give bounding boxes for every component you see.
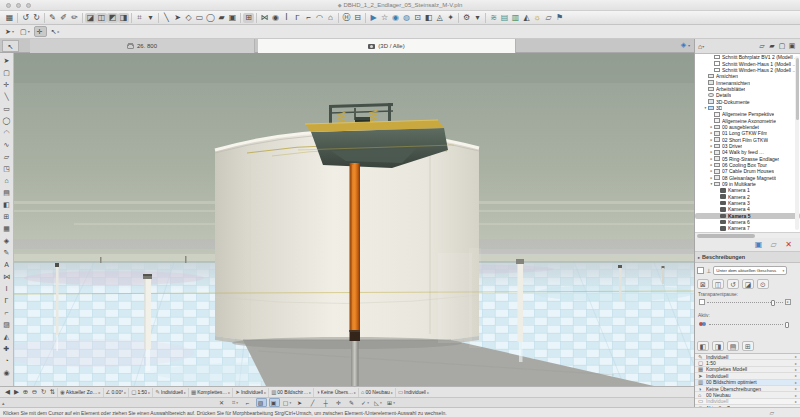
stair-icon[interactable]: ▤ (1, 187, 13, 199)
shell-icon[interactable]: ⌂ (1, 175, 13, 187)
grid-icon[interactable]: ⊞ (742, 341, 754, 351)
grid-display-icon[interactable]: ⊞▾ (386, 398, 397, 407)
cursor-snap-icon[interactable]: ➤ (295, 398, 306, 407)
publisher-icon[interactable]: ▣ (787, 41, 797, 51)
collapse-icon[interactable]: ▴ (2, 400, 5, 406)
sun-study-icon[interactable]: ☼ (532, 13, 543, 23)
favorites-icon[interactable]: ☆ (379, 13, 390, 23)
beam-tool-icon[interactable]: ▭ (194, 13, 205, 23)
view-map-icon[interactable]: ▰ (767, 41, 777, 51)
gravity-icon[interactable]: ⌗▾ (230, 398, 241, 407)
quick-option-field[interactable]: ▥ 00 Bildschir… ▸ (268, 388, 313, 397)
line-tool-icon[interactable]: ╲ (161, 13, 172, 23)
text-icon[interactable]: A (1, 259, 13, 271)
3d-viewport[interactable] (14, 53, 694, 386)
window-icon[interactable]: ⊞ (1, 211, 13, 223)
splitter-h-icon[interactable]: ◧ (697, 341, 709, 351)
snap-elements-icon[interactable]: ▣ (269, 398, 280, 407)
section-icon[interactable]: Ⅰ (1, 283, 13, 295)
fit-view-icon[interactable]: ⇅ (48, 387, 57, 397)
quick-option-field[interactable]: ▦ Komplettes… ▸ (188, 388, 232, 397)
globe-icon[interactable]: ◍ (401, 13, 412, 23)
zoom-tool-icon[interactable]: ◉ (270, 13, 281, 23)
pointer-tool-icon[interactable]: ↖ (2, 40, 19, 52)
camera-tool-icon[interactable]: ⌐ (303, 13, 314, 23)
zone-icon[interactable]: ▨ (1, 319, 13, 331)
abs-coords-icon[interactable]: ┼ (321, 398, 332, 407)
reference-select[interactable]: Unter dem aktuellen Geschoss ▾ (713, 266, 787, 275)
cursor-mode-button[interactable]: ↖▸ (49, 26, 62, 37)
dimension-icon[interactable]: ⋈ (259, 13, 270, 23)
relative-coords-icon[interactable]: ╱ (308, 398, 319, 407)
pen-icon[interactable]: ✎ (47, 13, 58, 23)
layers-icon[interactable]: ▤ (499, 13, 510, 23)
origin-icon[interactable]: ✛ (334, 398, 345, 407)
tree-item[interactable]: Kamera 4 (695, 206, 800, 212)
grab-mode-button[interactable]: ✛ (34, 26, 47, 37)
trace-section-header[interactable]: ▸ Beschreibungen (695, 252, 800, 263)
quick-option-field[interactable]: ◑ Keine Übers… ▸ (313, 388, 358, 397)
roof-tool-icon[interactable]: ◩ (107, 13, 118, 23)
new-viewpoint-icon[interactable]: ▣ (753, 240, 764, 250)
marquee-icon[interactable]: ⊞ (243, 13, 254, 23)
elevation-tool-icon[interactable]: Γ (292, 13, 303, 23)
line-icon[interactable]: ╲ (1, 91, 13, 103)
inject-icon[interactable]: ✏ (69, 13, 80, 23)
move-icon[interactable]: ✛ (1, 79, 13, 91)
figure-icon[interactable]: ◔ (1, 355, 13, 367)
switch-reference-icon[interactable]: ◫ (712, 279, 724, 289)
mesh-tool-icon[interactable]: ◨ (118, 13, 129, 23)
pickup-icon[interactable]: ✐ (58, 13, 69, 23)
circle-tool-icon[interactable]: ◯ (205, 13, 216, 23)
new-file-icon[interactable]: ▦ (4, 13, 15, 23)
flag-icon[interactable]: ⚑ (554, 13, 565, 23)
suspend-groups-icon[interactable]: ✕ (217, 398, 228, 407)
morph-icon[interactable]: ◈ (1, 235, 13, 247)
tab-3d-view[interactable]: (3D / Alle) (258, 39, 516, 53)
tree-item[interactable]: Kamera 7 (695, 225, 800, 231)
object-tool-icon[interactable]: ▣ (227, 13, 238, 23)
marquee-icon[interactable]: ▢ (1, 67, 13, 79)
quick-option-field[interactable]: ➤ Individuell ▸ (232, 388, 268, 397)
roof-icon[interactable]: ◳ (1, 163, 13, 175)
find-select-icon[interactable]: ◉ (390, 13, 401, 23)
dimension-icon[interactable]: ⋈ (1, 271, 13, 283)
active-slider[interactable] (699, 321, 791, 328)
tab-overview-icon[interactable]: ◈ ▾ (681, 41, 690, 49)
zoom-out-icon[interactable]: ⊖ (30, 387, 39, 397)
rebuild-icon[interactable]: ↺ (727, 279, 739, 289)
forward-icon[interactable]: ▶ (12, 387, 21, 397)
settings-gear-icon[interactable]: ⚙ (461, 13, 472, 23)
hotspot-icon[interactable]: ✚ (1, 343, 13, 355)
dropdown-icon[interactable]: ▾ (145, 13, 156, 23)
camera-icon[interactable]: ⌐ (1, 307, 13, 319)
wall-tool-icon[interactable]: ◪ (85, 13, 96, 23)
delete-icon[interactable]: ✕ (783, 240, 794, 250)
stories-icon[interactable]: ▥ (510, 13, 521, 23)
door-icon[interactable]: ◧ (1, 199, 13, 211)
snap-grid-icon[interactable]: ▨ (256, 398, 267, 407)
splitter-v-icon[interactable]: ◨ (712, 341, 724, 351)
angle-snap-icon[interactable]: ◺▾ (373, 398, 384, 407)
explore-icon[interactable]: ⊙ (757, 279, 769, 289)
view-map-icon[interactable]: ◧ (423, 13, 434, 23)
move-reference-icon[interactable]: ◪ (742, 279, 754, 289)
column-tool-icon[interactable]: ◇ (183, 13, 194, 23)
layout-book-icon[interactable]: ⊡ (412, 13, 423, 23)
layout-book-icon[interactable]: ▢ (777, 41, 787, 51)
back-icon[interactable]: ◀ (3, 387, 12, 397)
tree-vertical-scrollbar[interactable] (795, 56, 799, 230)
zoom-in-icon[interactable]: ⊕ (21, 387, 30, 397)
arc-tool-icon[interactable]: ◠ (314, 13, 325, 23)
quick-option-field[interactable]: ✎ Individuell ▸ (152, 388, 188, 397)
compare-icon[interactable]: ▤ (727, 341, 739, 351)
spline-icon[interactable]: ∿ (1, 139, 13, 151)
curtain-wall-icon[interactable]: ▦ (1, 223, 13, 235)
undo-icon[interactable]: ↺ (20, 13, 31, 23)
redo-icon[interactable]: ↻ (31, 13, 42, 23)
mesh-icon[interactable]: ◭ (1, 331, 13, 343)
render-icon[interactable]: ◭ (521, 13, 532, 23)
edit-plane-icon[interactable]: ✎ (347, 398, 358, 407)
report-icon[interactable]: ▱ (769, 409, 800, 416)
detail-icon[interactable]: ◉ (1, 367, 13, 379)
